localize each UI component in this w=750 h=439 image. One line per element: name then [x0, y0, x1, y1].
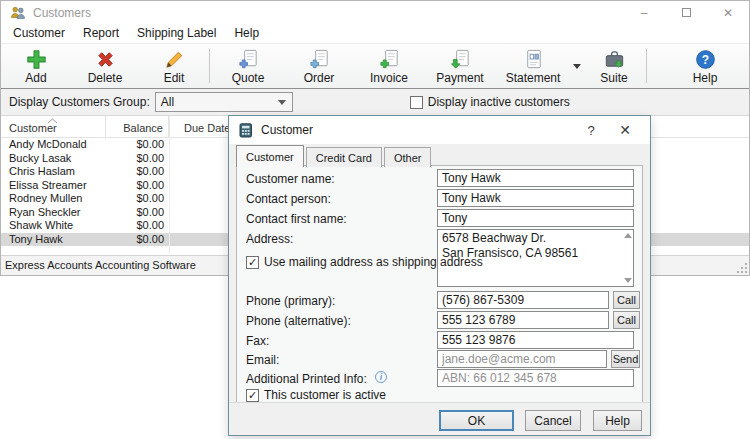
customer-dialog-icon	[239, 123, 253, 138]
menu-report[interactable]: Report	[74, 24, 128, 43]
send-email-button[interactable]: Send	[611, 350, 640, 368]
toolbar-separator	[209, 49, 210, 83]
customer-dialog: Customer ? ✕ Customer Credit Card Other …	[228, 115, 651, 436]
dialog-title: Customer	[261, 123, 313, 137]
customer-active-label: This customer is active	[264, 388, 386, 402]
customers-group-dropdown[interactable]: All	[155, 92, 293, 112]
quote-button[interactable]: Quote	[212, 44, 284, 88]
checkbox-box: ✓	[246, 389, 259, 402]
phone-primary-label: Phone (primary):	[246, 294, 335, 308]
checkbox-box	[410, 96, 423, 109]
dialog-close-button[interactable]: ✕	[608, 116, 642, 144]
menu-help[interactable]: Help	[225, 24, 268, 43]
fax-label: Fax:	[246, 334, 269, 348]
filter-row: Display Customers Group: All Display ina…	[1, 89, 749, 115]
use-mailing-address-checkbox[interactable]: ✓ Use mailing address as shipping addres…	[246, 255, 483, 269]
display-inactive-checkbox[interactable]: Display inactive customers	[410, 95, 570, 109]
payment-document-icon	[449, 48, 472, 71]
additional-printed-info-label: Additional Printed Info:	[246, 372, 367, 386]
phone-alternative-input[interactable]	[437, 311, 609, 329]
desktop: Customers – ✕ Customer Report Shipping L…	[0, 0, 750, 439]
contact-person-input[interactable]	[437, 189, 634, 207]
customer-active-checkbox[interactable]: ✓ This customer is active	[246, 388, 386, 402]
cancel-button[interactable]: Cancel	[525, 410, 581, 431]
dialog-title-bar[interactable]: Customer ? ✕	[229, 116, 650, 144]
payment-button[interactable]: Payment	[424, 44, 496, 88]
dialog-footer: OK Cancel Help	[229, 402, 650, 435]
minimize-button[interactable]: –	[623, 1, 665, 24]
checkbox-box: ✓	[246, 256, 259, 269]
add-plus-icon	[25, 48, 48, 71]
invoice-button[interactable]: Invoice	[354, 44, 424, 88]
column-header-balance[interactable]: Balance	[106, 116, 169, 137]
edit-button[interactable]: Edit	[141, 44, 207, 88]
dialog-tabs: Customer Credit Card Other	[236, 145, 431, 167]
info-icon[interactable]: i	[375, 371, 387, 383]
order-document-icon	[308, 48, 331, 71]
delete-button[interactable]: Delete	[69, 44, 141, 88]
column-divider	[169, 116, 170, 254]
statement-button[interactable]: Statement	[496, 44, 570, 88]
tab-credit-card[interactable]: Credit Card	[306, 147, 382, 167]
maximize-button[interactable]	[665, 1, 707, 24]
chevron-down-icon	[278, 100, 286, 105]
contact-first-name-input[interactable]	[437, 209, 634, 227]
call-alternative-button[interactable]: Call	[613, 311, 640, 329]
customer-name-input[interactable]	[437, 169, 634, 187]
tab-other[interactable]: Other	[384, 147, 432, 167]
quote-document-icon	[237, 48, 260, 71]
customers-group-value: All	[161, 95, 174, 109]
invoice-document-icon	[378, 48, 401, 71]
suite-briefcase-icon	[603, 48, 626, 71]
menu-shipping-label[interactable]: Shipping Label	[128, 24, 225, 43]
toolbar: Add Delete Edit Quote Order Invoice	[1, 43, 749, 89]
window-controls: – ✕	[623, 1, 749, 24]
contact-first-name-label: Contact first name:	[246, 212, 347, 226]
title-bar[interactable]: Customers – ✕	[1, 1, 749, 24]
call-primary-button[interactable]: Call	[613, 291, 640, 309]
fax-input[interactable]	[437, 331, 634, 349]
address-scrollbar[interactable]	[621, 230, 634, 286]
maximize-icon	[682, 8, 691, 17]
dialog-help-footer-button[interactable]: Help	[593, 410, 642, 431]
address-label: Address:	[246, 232, 293, 246]
email-label: Email:	[246, 353, 279, 367]
dialog-help-button[interactable]: ?	[574, 116, 608, 144]
order-button[interactable]: Order	[284, 44, 354, 88]
close-button[interactable]: ✕	[707, 1, 749, 24]
toolbar-separator	[646, 49, 647, 83]
help-button[interactable]: ? Help	[669, 44, 741, 88]
customers-people-icon	[10, 5, 26, 21]
display-inactive-label: Display inactive customers	[428, 95, 570, 109]
customer-tab-page: Customer name: Contact person: Contact f…	[236, 165, 643, 403]
status-text: Express Accounts Accounting Software	[5, 259, 196, 271]
contact-person-label: Contact person:	[246, 192, 331, 206]
resize-grip[interactable]	[737, 263, 748, 274]
chevron-down-icon	[573, 64, 581, 69]
scroll-down-icon[interactable]	[624, 278, 632, 283]
statement-dropdown-button[interactable]	[570, 44, 584, 88]
customer-name-label: Customer name:	[246, 172, 335, 186]
sort-ascending-icon	[47, 118, 58, 124]
add-button[interactable]: Add	[3, 44, 69, 88]
tab-customer[interactable]: Customer	[236, 145, 304, 167]
additional-printed-info-input[interactable]	[437, 369, 634, 387]
statement-document-icon	[522, 48, 545, 71]
ok-button[interactable]: OK	[439, 410, 514, 431]
delete-x-icon	[94, 48, 117, 71]
display-customers-group-label: Display Customers Group:	[9, 95, 150, 109]
suite-button[interactable]: Suite	[584, 44, 644, 88]
phone-primary-input[interactable]	[437, 291, 609, 309]
phone-alternative-label: Phone (alternative):	[246, 314, 351, 328]
scroll-up-icon[interactable]	[624, 233, 632, 238]
email-input[interactable]	[437, 350, 607, 368]
window-title: Customers	[33, 6, 91, 20]
svg-text:?: ?	[701, 52, 708, 66]
use-mailing-address-label: Use mailing address as shipping address	[264, 255, 483, 269]
edit-pencil-icon	[163, 48, 186, 71]
menu-bar: Customer Report Shipping Label Help	[1, 24, 749, 43]
help-question-icon: ?	[694, 48, 717, 71]
menu-customer[interactable]: Customer	[4, 24, 74, 43]
